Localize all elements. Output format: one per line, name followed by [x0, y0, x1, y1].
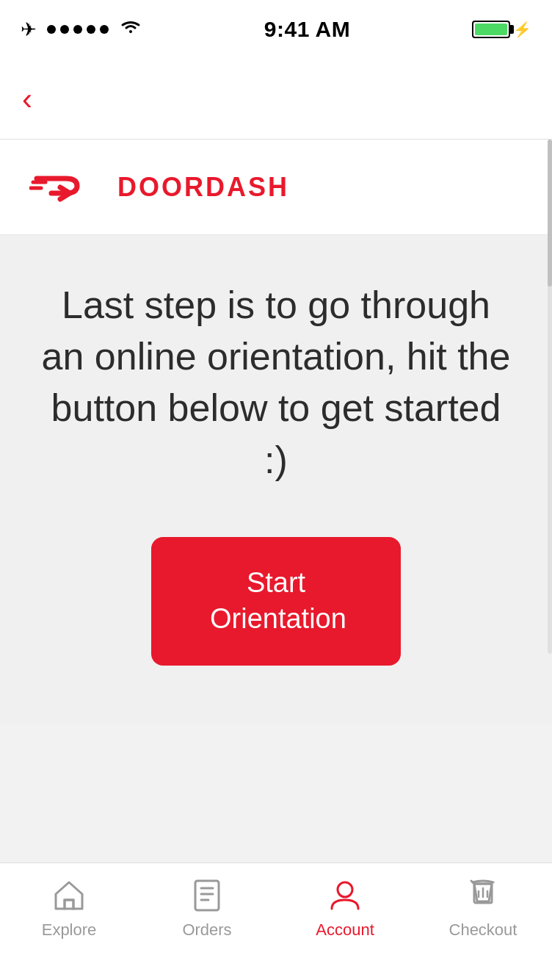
status-bar: ✈ 9:41 AM ⚡ [0, 0, 552, 59]
signal-dot-1 [47, 25, 56, 34]
airplane-icon: ✈ [21, 18, 37, 41]
battery-shell [472, 21, 510, 38]
signal-dot-3 [73, 25, 82, 34]
checkout-icon [464, 876, 502, 915]
nav-item-explore[interactable]: Explore [0, 876, 138, 940]
orientation-message: Last step is to go through an online ori… [37, 279, 515, 486]
nav-item-checkout[interactable]: Checkout [414, 876, 552, 940]
svg-rect-2 [65, 900, 73, 909]
nav-item-orders[interactable]: Orders [138, 876, 276, 940]
nav-label-account: Account [316, 920, 374, 940]
start-button-line1: Start [247, 567, 305, 598]
back-button[interactable]: ‹ [22, 84, 32, 115]
svg-rect-3 [195, 881, 219, 910]
battery-fill [475, 24, 507, 35]
status-right: ⚡ [472, 21, 531, 38]
home-icon [50, 876, 88, 915]
scrollbar-thumb [548, 140, 552, 287]
doordash-logo-text: DOORDASH [117, 172, 289, 203]
bottom-nav: Explore Orders Account Checkout [0, 862, 552, 980]
logo-bar: DOORDASH [0, 140, 552, 235]
signal-dot-5 [100, 25, 109, 34]
svg-point-7 [338, 882, 352, 897]
nav-label-checkout: Checkout [449, 920, 518, 940]
signal-dot-2 [60, 25, 69, 34]
status-left: ✈ [21, 18, 142, 41]
scrollbar[interactable] [548, 140, 552, 654]
nav-item-account[interactable]: Account [276, 876, 414, 940]
battery-indicator: ⚡ [472, 21, 531, 38]
nav-label-orders: Orders [182, 920, 231, 940]
signal-dots [47, 25, 109, 34]
main-content: Last step is to go through an online ori… [0, 235, 552, 724]
signal-dot-4 [87, 25, 95, 34]
header: ‹ [0, 59, 552, 140]
start-button-line2: Orientation [210, 603, 346, 634]
orders-icon [188, 876, 226, 915]
charging-icon: ⚡ [513, 21, 531, 38]
account-icon [326, 876, 364, 915]
start-orientation-button[interactable]: Start Orientation [151, 537, 401, 666]
doordash-logo-icon [29, 164, 103, 211]
status-time: 9:41 AM [264, 17, 350, 42]
wifi-icon [119, 18, 142, 41]
nav-label-explore: Explore [42, 920, 97, 940]
